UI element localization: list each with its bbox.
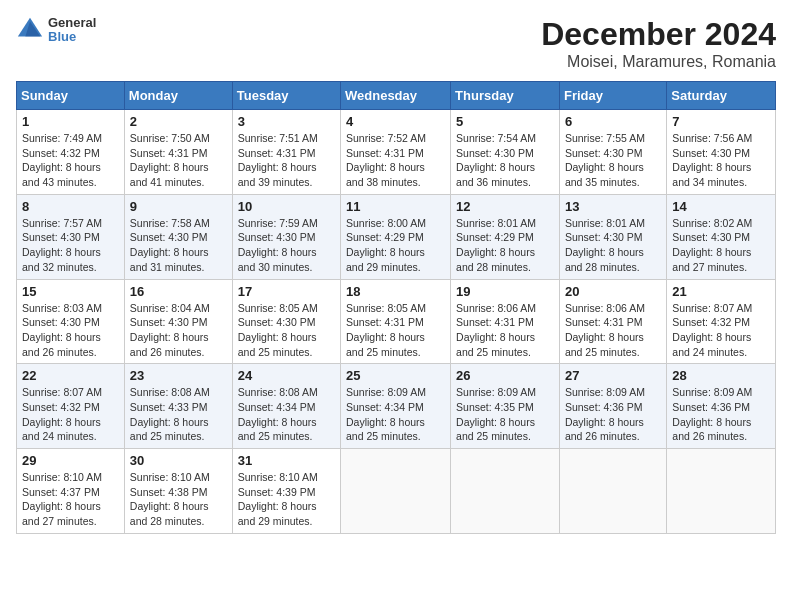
calendar-cell: 11 Sunrise: 8:00 AM Sunset: 4:29 PM Dayl… [341, 194, 451, 279]
day-number: 20 [565, 284, 661, 299]
title-area: December 2024 Moisei, Maramures, Romania [541, 16, 776, 71]
day-info: Sunrise: 8:04 AM Sunset: 4:30 PM Dayligh… [130, 301, 227, 360]
calendar-week-5: 29 Sunrise: 8:10 AM Sunset: 4:37 PM Dayl… [17, 449, 776, 534]
day-number: 27 [565, 368, 661, 383]
day-info: Sunrise: 8:06 AM Sunset: 4:31 PM Dayligh… [565, 301, 661, 360]
logo-text: General Blue [48, 16, 96, 45]
day-info: Sunrise: 7:52 AM Sunset: 4:31 PM Dayligh… [346, 131, 445, 190]
calendar-cell: 19 Sunrise: 8:06 AM Sunset: 4:31 PM Dayl… [451, 279, 560, 364]
calendar-cell: 5 Sunrise: 7:54 AM Sunset: 4:30 PM Dayli… [451, 110, 560, 195]
calendar-cell: 8 Sunrise: 7:57 AM Sunset: 4:30 PM Dayli… [17, 194, 125, 279]
day-number: 16 [130, 284, 227, 299]
day-info: Sunrise: 8:06 AM Sunset: 4:31 PM Dayligh… [456, 301, 554, 360]
day-info: Sunrise: 8:05 AM Sunset: 4:31 PM Dayligh… [346, 301, 445, 360]
calendar-week-3: 15 Sunrise: 8:03 AM Sunset: 4:30 PM Dayl… [17, 279, 776, 364]
day-number: 29 [22, 453, 119, 468]
day-info: Sunrise: 8:08 AM Sunset: 4:33 PM Dayligh… [130, 385, 227, 444]
calendar-table: SundayMondayTuesdayWednesdayThursdayFrid… [16, 81, 776, 534]
calendar-cell: 31 Sunrise: 8:10 AM Sunset: 4:39 PM Dayl… [232, 449, 340, 534]
calendar-cell: 14 Sunrise: 8:02 AM Sunset: 4:30 PM Dayl… [667, 194, 776, 279]
day-number: 11 [346, 199, 445, 214]
logo-line2: Blue [48, 30, 96, 44]
calendar-week-1: 1 Sunrise: 7:49 AM Sunset: 4:32 PM Dayli… [17, 110, 776, 195]
day-number: 24 [238, 368, 335, 383]
day-number: 28 [672, 368, 770, 383]
day-number: 4 [346, 114, 445, 129]
day-info: Sunrise: 7:57 AM Sunset: 4:30 PM Dayligh… [22, 216, 119, 275]
day-info: Sunrise: 8:07 AM Sunset: 4:32 PM Dayligh… [22, 385, 119, 444]
day-info: Sunrise: 8:01 AM Sunset: 4:30 PM Dayligh… [565, 216, 661, 275]
calendar-cell [451, 449, 560, 534]
calendar-cell: 13 Sunrise: 8:01 AM Sunset: 4:30 PM Dayl… [559, 194, 666, 279]
calendar-cell: 2 Sunrise: 7:50 AM Sunset: 4:31 PM Dayli… [124, 110, 232, 195]
day-number: 12 [456, 199, 554, 214]
day-number: 8 [22, 199, 119, 214]
day-number: 31 [238, 453, 335, 468]
logo-line1: General [48, 16, 96, 30]
day-info: Sunrise: 7:56 AM Sunset: 4:30 PM Dayligh… [672, 131, 770, 190]
day-number: 30 [130, 453, 227, 468]
calendar-cell: 6 Sunrise: 7:55 AM Sunset: 4:30 PM Dayli… [559, 110, 666, 195]
day-number: 9 [130, 199, 227, 214]
day-info: Sunrise: 8:10 AM Sunset: 4:39 PM Dayligh… [238, 470, 335, 529]
calendar-cell: 10 Sunrise: 7:59 AM Sunset: 4:30 PM Dayl… [232, 194, 340, 279]
header-wednesday: Wednesday [341, 82, 451, 110]
day-info: Sunrise: 8:07 AM Sunset: 4:32 PM Dayligh… [672, 301, 770, 360]
calendar-title: December 2024 [541, 16, 776, 53]
calendar-cell: 1 Sunrise: 7:49 AM Sunset: 4:32 PM Dayli… [17, 110, 125, 195]
header-friday: Friday [559, 82, 666, 110]
day-info: Sunrise: 7:54 AM Sunset: 4:30 PM Dayligh… [456, 131, 554, 190]
day-info: Sunrise: 8:02 AM Sunset: 4:30 PM Dayligh… [672, 216, 770, 275]
calendar-subtitle: Moisei, Maramures, Romania [541, 53, 776, 71]
header: General Blue December 2024 Moisei, Maram… [16, 16, 776, 71]
calendar-cell: 30 Sunrise: 8:10 AM Sunset: 4:38 PM Dayl… [124, 449, 232, 534]
day-info: Sunrise: 7:55 AM Sunset: 4:30 PM Dayligh… [565, 131, 661, 190]
calendar-cell [341, 449, 451, 534]
day-number: 18 [346, 284, 445, 299]
day-info: Sunrise: 8:00 AM Sunset: 4:29 PM Dayligh… [346, 216, 445, 275]
day-number: 7 [672, 114, 770, 129]
day-number: 14 [672, 199, 770, 214]
day-number: 22 [22, 368, 119, 383]
calendar-cell: 29 Sunrise: 8:10 AM Sunset: 4:37 PM Dayl… [17, 449, 125, 534]
calendar-cell: 12 Sunrise: 8:01 AM Sunset: 4:29 PM Dayl… [451, 194, 560, 279]
calendar-cell: 20 Sunrise: 8:06 AM Sunset: 4:31 PM Dayl… [559, 279, 666, 364]
day-number: 13 [565, 199, 661, 214]
day-info: Sunrise: 8:10 AM Sunset: 4:37 PM Dayligh… [22, 470, 119, 529]
day-number: 10 [238, 199, 335, 214]
calendar-week-2: 8 Sunrise: 7:57 AM Sunset: 4:30 PM Dayli… [17, 194, 776, 279]
day-info: Sunrise: 7:58 AM Sunset: 4:30 PM Dayligh… [130, 216, 227, 275]
day-info: Sunrise: 8:09 AM Sunset: 4:36 PM Dayligh… [565, 385, 661, 444]
calendar-cell: 27 Sunrise: 8:09 AM Sunset: 4:36 PM Dayl… [559, 364, 666, 449]
calendar-cell: 7 Sunrise: 7:56 AM Sunset: 4:30 PM Dayli… [667, 110, 776, 195]
calendar-week-4: 22 Sunrise: 8:07 AM Sunset: 4:32 PM Dayl… [17, 364, 776, 449]
calendar-cell: 4 Sunrise: 7:52 AM Sunset: 4:31 PM Dayli… [341, 110, 451, 195]
day-number: 23 [130, 368, 227, 383]
day-number: 25 [346, 368, 445, 383]
day-info: Sunrise: 8:09 AM Sunset: 4:34 PM Dayligh… [346, 385, 445, 444]
calendar-cell: 24 Sunrise: 8:08 AM Sunset: 4:34 PM Dayl… [232, 364, 340, 449]
day-info: Sunrise: 8:09 AM Sunset: 4:36 PM Dayligh… [672, 385, 770, 444]
calendar-cell: 16 Sunrise: 8:04 AM Sunset: 4:30 PM Dayl… [124, 279, 232, 364]
day-info: Sunrise: 8:08 AM Sunset: 4:34 PM Dayligh… [238, 385, 335, 444]
logo-icon [16, 16, 44, 44]
day-number: 2 [130, 114, 227, 129]
header-tuesday: Tuesday [232, 82, 340, 110]
header-saturday: Saturday [667, 82, 776, 110]
calendar-cell: 23 Sunrise: 8:08 AM Sunset: 4:33 PM Dayl… [124, 364, 232, 449]
day-number: 19 [456, 284, 554, 299]
header-monday: Monday [124, 82, 232, 110]
day-number: 5 [456, 114, 554, 129]
calendar-cell: 9 Sunrise: 7:58 AM Sunset: 4:30 PM Dayli… [124, 194, 232, 279]
day-number: 1 [22, 114, 119, 129]
day-info: Sunrise: 8:05 AM Sunset: 4:30 PM Dayligh… [238, 301, 335, 360]
calendar-cell: 15 Sunrise: 8:03 AM Sunset: 4:30 PM Dayl… [17, 279, 125, 364]
day-info: Sunrise: 8:01 AM Sunset: 4:29 PM Dayligh… [456, 216, 554, 275]
day-info: Sunrise: 7:59 AM Sunset: 4:30 PM Dayligh… [238, 216, 335, 275]
calendar-cell: 3 Sunrise: 7:51 AM Sunset: 4:31 PM Dayli… [232, 110, 340, 195]
calendar-header-row: SundayMondayTuesdayWednesdayThursdayFrid… [17, 82, 776, 110]
calendar-cell: 25 Sunrise: 8:09 AM Sunset: 4:34 PM Dayl… [341, 364, 451, 449]
calendar-cell: 26 Sunrise: 8:09 AM Sunset: 4:35 PM Dayl… [451, 364, 560, 449]
calendar-cell: 22 Sunrise: 8:07 AM Sunset: 4:32 PM Dayl… [17, 364, 125, 449]
calendar-cell: 21 Sunrise: 8:07 AM Sunset: 4:32 PM Dayl… [667, 279, 776, 364]
